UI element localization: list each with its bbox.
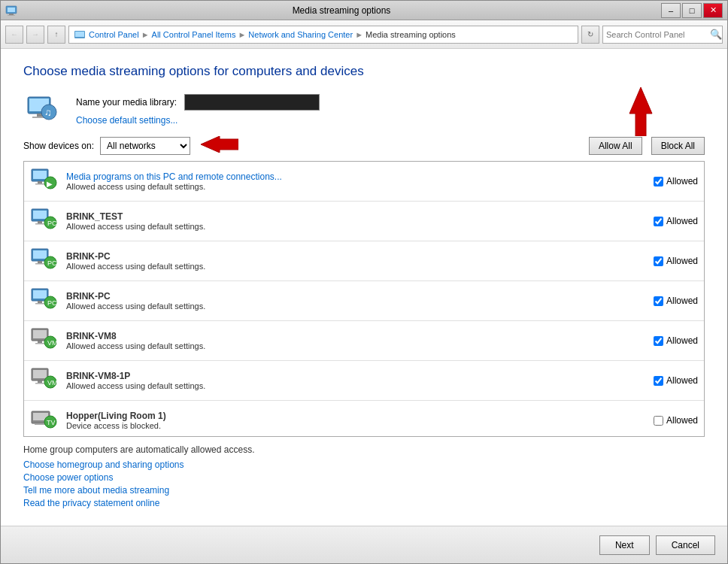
library-row: ♫ Name your media library: Choose defaul… — [23, 91, 705, 129]
device-status-3: Allowed access using default settings. — [66, 302, 630, 311]
svg-rect-2 — [9, 14, 14, 15]
library-name-row: Name your media library: — [76, 94, 320, 111]
table-row: VM BRINK-VM8 Allowed access using defaul… — [24, 321, 704, 361]
device-status-1: Allowed access using default settings. — [66, 222, 630, 231]
allowed-checkbox-1[interactable] — [654, 217, 663, 226]
svg-rect-47 — [35, 383, 44, 384]
allowed-checkbox-5[interactable] — [654, 376, 663, 386]
back-button[interactable]: ← — [5, 26, 23, 44]
allowed-checkbox-6[interactable] — [654, 416, 663, 426]
close-button[interactable]: ✕ — [703, 3, 723, 18]
allow-all-button[interactable]: Allow All — [589, 137, 642, 155]
breadcrumb-sep-3: ► — [355, 30, 363, 39]
devices-list[interactable]: ▶ Media programs on this PC and remote c… — [24, 162, 704, 436]
svg-rect-22 — [38, 221, 42, 223]
allowed-label-2: Allowed — [666, 256, 698, 266]
block-all-button[interactable]: Block All — [651, 137, 705, 155]
up-button[interactable]: ↑ — [47, 26, 65, 44]
svg-rect-46 — [38, 381, 42, 383]
svg-rect-15 — [33, 171, 47, 179]
svg-rect-45 — [33, 370, 47, 378]
breadcrumb-item-3[interactable]: Network and Sharing Center — [248, 30, 353, 39]
svg-rect-41 — [35, 343, 44, 344]
device-info-5: BRINK-VM8-1P Allowed access using defaul… — [66, 371, 630, 390]
cancel-button[interactable]: Cancel — [656, 535, 715, 555]
footer-link-power[interactable]: Choose power options — [23, 472, 705, 483]
allowed-section-2: Allowed — [630, 256, 698, 266]
maximize-button[interactable]: □ — [682, 3, 702, 18]
search-box: 🔍 — [602, 26, 723, 44]
device-info-2: BRINK-PC Allowed access using default se… — [66, 251, 630, 271]
svg-rect-29 — [35, 263, 44, 265]
footer-note: Home group computers are automatically a… — [23, 444, 705, 455]
allowed-section-0: Allowed — [630, 176, 698, 186]
allowed-checkbox-3[interactable] — [654, 296, 663, 306]
device-name-4: BRINK-VM8 — [66, 331, 630, 341]
default-settings-link[interactable]: Choose default settings... — [76, 115, 320, 126]
device-status-4: Allowed access using default settings. — [66, 341, 630, 350]
allowed-checkbox-0[interactable] — [654, 177, 663, 186]
breadcrumb-item-1[interactable]: Control Panel — [89, 30, 139, 39]
device-name-2: BRINK-PC — [66, 251, 630, 262]
svg-text:PC: PC — [47, 220, 57, 227]
allowed-section-6: Allowed — [630, 415, 698, 426]
refresh-button[interactable]: ↻ — [581, 26, 599, 44]
device-icon-4: VM — [30, 326, 60, 356]
network-select[interactable]: All networks Local network Internet — [100, 137, 190, 155]
title-bar: Media streaming options – □ ✕ — [1, 1, 727, 20]
device-icon-6: TV — [30, 405, 60, 435]
device-name-0[interactable]: Media programs on this PC and remote con… — [66, 171, 630, 182]
svg-text:VM: VM — [47, 339, 57, 347]
device-status-0: Allowed access using default settings. — [66, 182, 630, 191]
device-name-3: BRINK-PC — [66, 291, 630, 302]
breadcrumb-item-2[interactable]: All Control Panel Items — [152, 30, 236, 39]
svg-text:PC: PC — [47, 259, 57, 267]
allowed-label-6: Allowed — [666, 415, 698, 426]
device-info-4: BRINK-VM8 Allowed access using default s… — [66, 331, 630, 350]
device-info-3: BRINK-PC Allowed access using default se… — [66, 291, 630, 311]
allowed-section-5: Allowed — [630, 375, 698, 386]
main-content: Choose media streaming options for compu… — [1, 49, 727, 526]
footer-link-homegroup[interactable]: Choose homegroup and sharing options — [23, 459, 705, 470]
table-row: PC BRINK_TEST Allowed access using defau… — [24, 202, 704, 241]
breadcrumb: Control Panel ► All Control Panel Items … — [68, 26, 578, 44]
svg-rect-27 — [33, 250, 47, 259]
svg-rect-35 — [35, 303, 44, 305]
device-icon-5: VM — [30, 365, 60, 396]
red-arrow-down — [618, 87, 663, 138]
bottom-bar: Next Cancel — [1, 526, 727, 563]
page-title: Choose media streaming options for compu… — [23, 64, 705, 79]
svg-text:VM: VM — [47, 379, 57, 387]
controls-row: Show devices on: All networks Local netw… — [23, 136, 705, 155]
forward-button[interactable]: → — [26, 26, 44, 44]
footer-links: Home group computers are automatically a… — [23, 444, 705, 511]
allowed-label-5: Allowed — [666, 375, 698, 386]
window-controls: – □ ✕ — [661, 3, 723, 18]
svg-rect-5 — [75, 32, 84, 37]
library-name-input[interactable] — [184, 94, 320, 111]
device-status-5: Allowed access using default settings. — [66, 381, 630, 390]
next-button[interactable]: Next — [599, 535, 650, 555]
svg-rect-28 — [38, 261, 42, 263]
svg-marker-13 — [201, 136, 238, 153]
table-row: PC BRINK-PC Allowed access using default… — [24, 281, 704, 321]
search-input[interactable] — [606, 30, 710, 39]
device-icon-3: PC — [30, 286, 60, 316]
svg-text:PC: PC — [47, 299, 57, 307]
device-name-6: Hopper(Living Room 1) — [66, 411, 630, 421]
allowed-label-3: Allowed — [666, 296, 698, 306]
allowed-checkbox-4[interactable] — [654, 336, 663, 346]
library-fields: Name your media library: Choose default … — [76, 94, 320, 126]
footer-link-privacy[interactable]: Read the privacy statement online — [23, 498, 705, 508]
svg-rect-40 — [38, 341, 42, 343]
device-info-0: Media programs on this PC and remote con… — [66, 171, 630, 191]
allowed-checkbox-2[interactable] — [654, 256, 663, 266]
svg-rect-34 — [38, 301, 42, 303]
show-devices-label: Show devices on: — [23, 141, 94, 151]
svg-text:TV: TV — [47, 419, 56, 426]
footer-link-media[interactable]: Tell me more about media streaming — [23, 485, 705, 496]
allowed-section-4: Allowed — [630, 335, 698, 346]
minimize-button[interactable]: – — [661, 3, 681, 18]
svg-rect-23 — [35, 223, 44, 225]
allowed-section-1: Allowed — [630, 216, 698, 226]
